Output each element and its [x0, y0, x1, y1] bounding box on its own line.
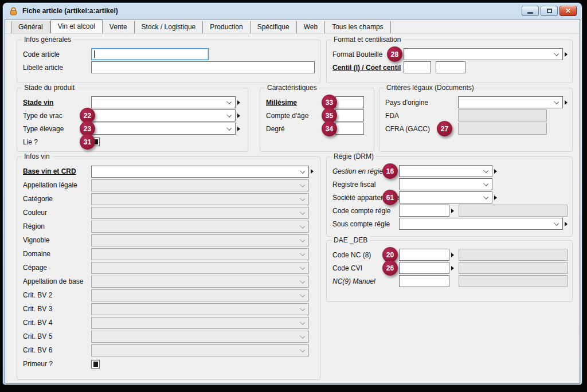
nav-arrow-icon[interactable]: [451, 266, 454, 271]
cepage-label: Cépage: [23, 264, 91, 272]
millesime-input[interactable]: [335, 96, 364, 108]
couleur-label: Couleur: [23, 209, 91, 217]
nav-arrow-icon[interactable]: [237, 113, 240, 118]
nc9-manuel-label: NC(9) Manuel: [332, 277, 399, 285]
badge-26: 26: [382, 260, 398, 276]
degre-input[interactable]: [335, 123, 364, 135]
crit-bv-6-label: Crit. BV 6: [23, 346, 91, 354]
coef-centil-input[interactable]: [436, 61, 465, 73]
nav-arrow-icon[interactable]: [451, 253, 454, 257]
stade-vin-label: Stade vin: [23, 99, 91, 107]
nav-arrow-icon[interactable]: [565, 100, 568, 105]
group-title: Format et centilisation: [331, 36, 403, 44]
chevron-down-icon: [554, 221, 559, 226]
crit-bv-5-combo: [91, 331, 309, 343]
type-de-vrac-combo[interactable]: [91, 109, 236, 121]
dialog-client-area: Général Vin et alcool Vente Stock / Logi…: [5, 19, 580, 384]
nav-arrow-icon[interactable]: [494, 169, 497, 174]
appellation-legale-combo: [91, 179, 309, 191]
tab-stock-logistique[interactable]: Stock / Logistique: [135, 21, 204, 33]
field-row-lie: Lie ? 31: [17, 135, 248, 148]
libelle-article-input[interactable]: [91, 61, 315, 73]
nav-arrow-icon[interactable]: [494, 195, 497, 200]
field-row-degre: Degré 34: [260, 122, 374, 135]
fda-label: FDA: [385, 112, 458, 120]
field-row-registre-fiscal: Registre fiscal: [327, 178, 572, 191]
chevron-down-icon: [300, 265, 305, 270]
tab-vente[interactable]: Vente: [103, 21, 135, 33]
nav-arrow-icon[interactable]: [237, 100, 240, 105]
nav-arrow-icon[interactable]: [451, 209, 454, 213]
tab-content: Infos générales Code article Libellé art…: [5, 34, 580, 384]
field-row-categorie: Catégorie: [17, 192, 320, 206]
nav-arrow-icon[interactable]: [565, 52, 568, 57]
field-row-gestion-en-regie: Gestion en régie 16: [327, 164, 572, 178]
tab-general[interactable]: Général: [11, 21, 50, 33]
sous-compte-regie-combo[interactable]: [399, 218, 563, 230]
nav-arrow-icon[interactable]: [565, 222, 568, 226]
appellation-legale-label: Appellation légale: [23, 181, 91, 189]
code-compte-regie-label: Code compte régie: [332, 207, 399, 215]
field-row-domaine: Domaine: [17, 247, 320, 261]
code-compte-regie-libelle: [459, 205, 568, 217]
close-button[interactable]: ✕: [559, 6, 577, 16]
tab-specifique[interactable]: Spécifique: [251, 21, 297, 33]
code-cvi-input[interactable]: [399, 262, 449, 274]
societe-appartenance-combo[interactable]: [399, 191, 492, 203]
field-row-format-bouteille: Format Bouteille 28: [327, 48, 572, 61]
nc9-manuel-input[interactable]: [399, 275, 449, 287]
code-article-label: Code article: [23, 50, 91, 58]
pays-origine-label: Pays d'origine: [385, 99, 458, 107]
centil-label: Centil (l) / Coef centil: [332, 64, 404, 72]
pays-origine-combo[interactable]: [458, 96, 563, 108]
tab-vin-et-alcool[interactable]: Vin et alcool: [50, 19, 103, 33]
field-row-type-de-vrac: Type de vrac 22: [17, 109, 248, 122]
code-article-input[interactable]: [91, 48, 209, 60]
chevron-down-icon: [300, 182, 305, 187]
code-compte-regie-input[interactable]: [399, 205, 449, 217]
nav-arrow-icon[interactable]: [237, 127, 240, 131]
chevron-down-icon: [226, 126, 232, 131]
format-bouteille-combo[interactable]: [404, 48, 563, 60]
field-row-couleur: Couleur: [17, 206, 320, 219]
centil-input[interactable]: [404, 61, 431, 73]
code-nc-8-libelle: [459, 249, 568, 261]
primeur-checkbox[interactable]: [91, 360, 100, 369]
field-row-appellation-de-base: Appellation de base: [17, 275, 320, 288]
window-title: Fiche article (artikel:a:artikel): [22, 7, 118, 15]
maximize-button[interactable]: [541, 6, 558, 16]
field-row-code-article: Code article: [17, 48, 320, 61]
group-title: Infos vin: [22, 152, 52, 160]
gestion-en-regie-combo[interactable]: [399, 165, 492, 177]
tab-web[interactable]: Web: [297, 21, 325, 33]
minimize-button[interactable]: [522, 6, 539, 16]
field-row-code-cvi: Code CVI 26: [327, 261, 572, 275]
field-row-appellation-legale: Appellation légale: [17, 178, 320, 192]
field-row-stade-vin: Stade vin: [17, 96, 248, 109]
group-title: Stade du produit: [22, 84, 77, 92]
badge-28: 28: [387, 46, 402, 62]
type-elevage-combo[interactable]: [91, 123, 236, 135]
field-row-millesime: Millésime 33: [260, 96, 374, 109]
field-row-crit-bv-3: Crit. BV 3: [17, 302, 320, 316]
group-caracteristiques: Caractéristiques Millésime 33 Compte d'â…: [260, 88, 374, 152]
chevron-down-icon: [483, 194, 488, 199]
registre-fiscal-combo[interactable]: [399, 178, 492, 190]
appellation-de-base-label: Appellation de base: [23, 277, 91, 285]
chevron-down-icon: [300, 168, 305, 174]
sous-compte-regie-label: Sous compte régie: [332, 220, 399, 228]
stade-vin-combo[interactable]: [91, 96, 236, 108]
tab-production[interactable]: Production: [203, 21, 250, 33]
field-row-crit-bv-5: Crit. BV 5: [17, 330, 320, 343]
tab-tous-les-champs[interactable]: Tous les champs: [325, 21, 390, 33]
libelle-article-label: Libellé article: [23, 64, 91, 72]
title-bar[interactable]: Fiche article (artikel:a:artikel) ✕: [5, 3, 580, 19]
compte-age-input[interactable]: [335, 109, 364, 121]
fda-input: [458, 109, 547, 121]
group-dae-deb: DAE _DEB Code NC (8) 20 Code CVI 26: [326, 240, 573, 302]
crit-bv-4-combo: [91, 317, 309, 329]
base-vin-crd-combo[interactable]: [91, 166, 309, 178]
field-row-crit-bv-6: Crit. BV 6: [17, 343, 320, 357]
nav-arrow-icon[interactable]: [311, 169, 314, 174]
code-nc-8-input[interactable]: [399, 249, 449, 261]
